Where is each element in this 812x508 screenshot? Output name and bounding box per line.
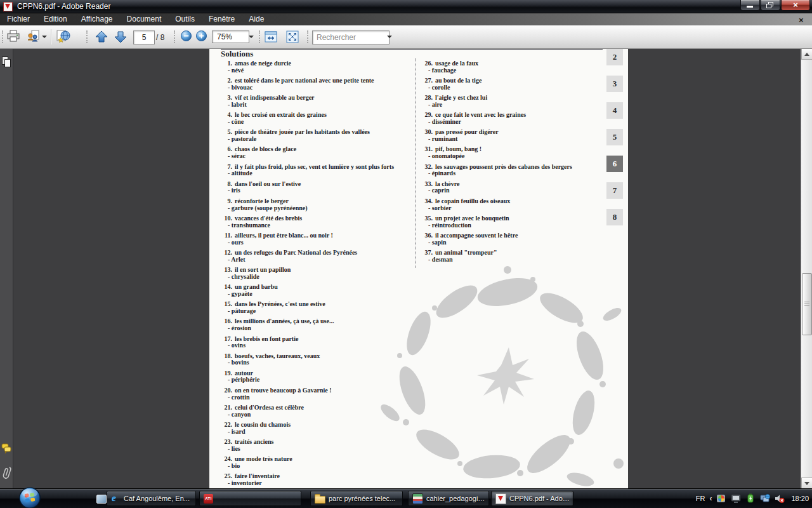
collaborate-icon: [27, 30, 41, 43]
item-answer: - ours: [228, 239, 326, 246]
floral-decoration: [371, 254, 628, 489]
scroll-down-button[interactable]: [801, 478, 812, 489]
item-answer: - pâturage: [228, 308, 318, 315]
page-number-tabs: 2 3 4 5 6 7 8: [606, 49, 623, 225]
menu-item[interactable]: Outils: [168, 13, 202, 25]
page-tab: 4: [606, 102, 623, 119]
printer-icon: [6, 30, 20, 43]
arrow-up-icon: [94, 30, 109, 44]
toolbar-grip[interactable]: [2, 30, 5, 43]
attachments-panel-icon[interactable]: [1, 465, 12, 483]
zoom-in-button[interactable]: [195, 30, 207, 44]
tray-program-icon[interactable]: [716, 493, 726, 504]
menu-item[interactable]: Affichage: [74, 13, 120, 25]
item-answer: - Arlet: [228, 257, 350, 264]
item-clue: ailleurs, il peut être blanc... ou noir …: [235, 232, 333, 239]
item-answer: - disséminer: [428, 119, 519, 126]
toolbar-grip[interactable]: [174, 30, 177, 43]
item-answer: - fauchage: [428, 67, 471, 74]
toolbar-grip[interactable]: [307, 30, 310, 43]
fit-width-button[interactable]: [264, 30, 278, 46]
vertical-scrollbar[interactable]: [801, 48, 812, 489]
solution-item: 7. il y fait plus froid, plus sec, vent …: [221, 164, 417, 178]
clock[interactable]: 18:20: [791, 495, 809, 502]
tray-display-icon[interactable]: [731, 493, 741, 504]
toolbar-separator: [51, 29, 51, 44]
zoom-out-button[interactable]: [180, 30, 192, 44]
tray-network-icon[interactable]: [760, 493, 770, 504]
item-answer: - chrysalide: [228, 274, 284, 281]
taskbar-button[interactable]: [199, 491, 301, 506]
close-button[interactable]: [781, 0, 810, 11]
navigation-panel-strip: [0, 48, 13, 489]
task-button-label: cahier_pedagogique...: [426, 495, 488, 502]
scrollbar-thumb[interactable]: [802, 273, 812, 335]
item-answer: - réintroduction: [428, 222, 502, 229]
item-answer: - altitude: [228, 170, 387, 177]
item-answer: - onomatopée: [428, 153, 475, 160]
solution-item: 32. les sauvages poussent près des caban…: [421, 164, 618, 178]
create-pdf-button[interactable]: [56, 30, 71, 45]
arrow-down-icon: [113, 30, 128, 44]
search-dropdown-icon[interactable]: [387, 36, 392, 38]
minimize-button[interactable]: [740, 0, 760, 11]
item-answer: - sapin: [428, 239, 511, 246]
item-clue: une mode très nature: [235, 456, 292, 463]
next-page-button[interactable]: [113, 30, 128, 46]
taskbar-button[interactable]: CPPN6.pdf - Adobe ...: [491, 491, 573, 506]
window-title: CPPN6.pdf - Adobe Reader: [17, 2, 110, 11]
show-desktop-icon[interactable]: [96, 495, 107, 504]
collaborate-dropdown-icon[interactable]: [42, 36, 47, 38]
menu-item[interactable]: Fichier: [0, 13, 37, 25]
task-button-icon: [315, 496, 325, 504]
solution-item: 29. ce que fait le vent avec les graines…: [421, 112, 618, 126]
previous-page-button[interactable]: [94, 30, 109, 46]
language-indicator[interactable]: FR: [696, 495, 705, 502]
item-answer: - canyon: [228, 411, 297, 418]
close-document-icon[interactable]: [799, 14, 808, 23]
menu-item[interactable]: Aide: [242, 13, 271, 25]
item-answer: - caprin: [428, 187, 452, 194]
tray-power-icon[interactable]: [745, 493, 756, 504]
taskbar-button[interactable]: parc pyrénées telec...: [310, 491, 403, 506]
restore-button[interactable]: [761, 0, 780, 11]
fit-page-button[interactable]: [285, 30, 299, 46]
tray-volume-muted-icon[interactable]: [775, 493, 785, 504]
toolbar: / 8 75%: [0, 25, 812, 49]
pages-panel-icon[interactable]: [1, 56, 12, 71]
item-clue: le copain feuillu des oiseaux: [435, 198, 510, 205]
scroll-up-button[interactable]: [801, 48, 812, 60]
search-input[interactable]: [312, 30, 390, 44]
zoom-level-input[interactable]: 75%: [212, 30, 249, 43]
solution-item: 33. la chèvre - caprin: [421, 181, 618, 195]
page-number-input[interactable]: [133, 30, 155, 44]
start-button[interactable]: [18, 486, 42, 508]
document-section-title: Solutions: [221, 49, 253, 59]
toolbar-grip[interactable]: [86, 30, 89, 43]
comments-panel-icon[interactable]: [1, 443, 12, 457]
fit-page-icon: [285, 30, 299, 44]
menu-item[interactable]: Document: [120, 13, 169, 25]
item-clue: un des refuges du Parc National des Pyré…: [235, 250, 357, 257]
print-button[interactable]: [6, 30, 20, 45]
collaborate-button[interactable]: [27, 30, 41, 45]
solution-item: 2. est toléré dans le parc national avec…: [221, 77, 417, 91]
item-answer: - lies: [228, 446, 266, 453]
toolbar-grip[interactable]: [259, 30, 262, 43]
taskbar-button[interactable]: cahier_pedagogique...: [408, 491, 489, 506]
tray-expand-icon[interactable]: [709, 495, 712, 502]
pdf-page: Solutions 1. amas de neige durcie - névé…: [209, 48, 628, 489]
item-clue: on en trouve beaucoup à Gavarnie !: [235, 387, 332, 394]
page-tab: 8: [606, 209, 623, 225]
zoom-dropdown-icon[interactable]: [249, 36, 254, 38]
taskbar-button[interactable]: Caf Angoulême, En...: [107, 491, 196, 506]
item-clue: traités anciens: [235, 439, 273, 446]
item-answer: - transhumance: [228, 222, 295, 229]
page-total-label: / 8: [156, 33, 164, 42]
menu-item[interactable]: Edition: [37, 13, 74, 25]
item-answer: - bovins: [228, 359, 313, 366]
menu-item[interactable]: Fenêtre: [202, 13, 242, 25]
solution-item: 35. un projet avec le bouquetin - réintr…: [421, 215, 618, 229]
solution-item: 6. chaos de blocs de glace - sérac: [221, 146, 417, 160]
task-button-label: parc pyrénées telec...: [329, 495, 395, 502]
